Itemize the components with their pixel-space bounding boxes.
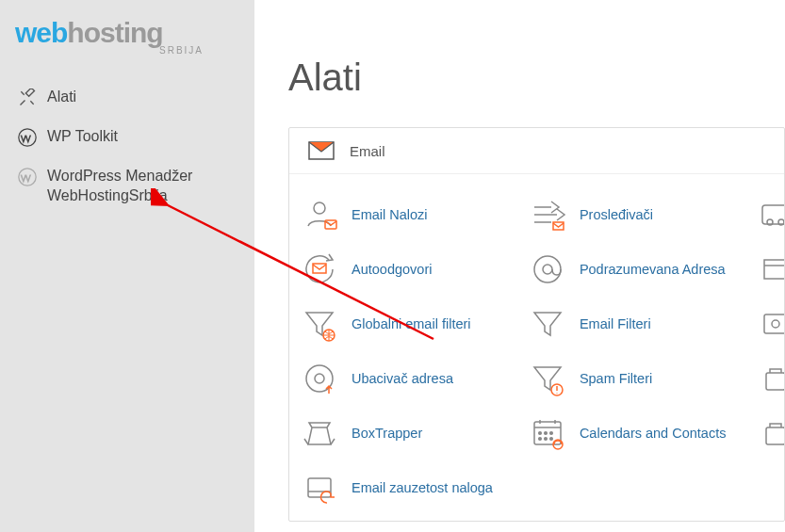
tool-column-1: Email Nalozi Autoodgovori (301, 187, 529, 515)
tool-label: Email zauzetost naloga (352, 480, 493, 495)
svg-rect-25 (764, 260, 784, 279)
tool-partial-2[interactable] (757, 242, 784, 297)
logo-text: webhosting (15, 19, 239, 47)
svg-point-11 (534, 256, 561, 282)
tools-icon (17, 88, 38, 108)
tool-partial-5[interactable] (757, 406, 784, 460)
tool-label: Spam Filteri (580, 371, 652, 386)
funnel-alert-icon (529, 360, 566, 397)
tool-label: Email Filteri (580, 316, 651, 331)
funnel-icon (529, 305, 566, 343)
tool-column-3-partial (757, 187, 784, 515)
tool-forwarders[interactable]: Prosleđivači (529, 187, 757, 242)
svg-point-27 (772, 320, 779, 328)
svg-point-18 (539, 438, 542, 441)
tool-email-disk-usage[interactable]: Email zauzetost naloga (301, 460, 529, 515)
panel-header[interactable]: Email (289, 128, 784, 174)
wordpress-icon (17, 127, 38, 148)
svg-rect-22 (762, 205, 784, 224)
tool-global-email-filters[interactable]: Globalni email filteri (301, 297, 529, 351)
circle-up-icon (301, 360, 338, 397)
tool-partial-1[interactable] (757, 187, 784, 242)
tool-label: BoxTrapper (352, 426, 422, 441)
page-title: Alati (288, 0, 785, 127)
svg-rect-26 (764, 314, 784, 333)
svg-point-8 (315, 374, 324, 383)
tool-default-address[interactable]: Podrazumevana Adresa (529, 242, 757, 297)
partial-icon (757, 360, 784, 397)
svg-rect-10 (553, 222, 564, 230)
tool-calendars-contacts[interactable]: Calendars and Contacts (529, 406, 757, 460)
tool-label: Prosleđivači (580, 207, 653, 222)
svg-point-15 (539, 432, 542, 435)
logo-part-web: web (15, 17, 67, 48)
tool-spam-filters[interactable]: Spam Filteri (529, 351, 757, 406)
sidebar: webhosting SRBIJA Alati WP Toolkit (0, 0, 254, 532)
sidebar-item-wordpress-manager[interactable]: WordPress Menadžer WebHostingSrbija (0, 157, 254, 216)
tool-column-2: Prosleđivači Podrazumevana Adresa (529, 187, 757, 515)
sidebar-item-label: WP Toolkit (47, 127, 118, 147)
sidebar-item-label: WordPress Menadžer WebHostingSrbija (47, 167, 237, 206)
tool-partial-4[interactable] (757, 351, 784, 406)
tool-label: Globalni email filteri (352, 316, 471, 331)
svg-rect-5 (313, 264, 326, 273)
tool-email-filters[interactable]: Email Filteri (529, 297, 757, 351)
user-mail-icon (301, 196, 338, 234)
tool-email-accounts[interactable]: Email Nalozi (301, 187, 529, 242)
forward-icon (529, 196, 566, 234)
svg-point-17 (550, 432, 553, 435)
main-content: Alati Email (254, 0, 785, 532)
email-icon (308, 141, 335, 160)
svg-rect-28 (766, 373, 784, 390)
tool-label: Email Nalozi (352, 207, 428, 222)
svg-point-20 (550, 438, 553, 441)
at-icon (529, 250, 566, 288)
tool-boxtrapper[interactable]: BoxTrapper (301, 406, 529, 460)
partial-icon (757, 250, 784, 288)
tool-partial-3[interactable] (757, 297, 784, 351)
box-icon (301, 414, 338, 452)
partial-icon (757, 305, 784, 343)
partial-icon (757, 414, 784, 452)
reply-mail-icon (301, 250, 338, 288)
panel-title: Email (350, 143, 385, 159)
logo: webhosting SRBIJA (0, 9, 254, 78)
tool-label: Ubacivač adresa (352, 371, 453, 386)
sidebar-item-alati[interactable]: Alati (0, 78, 254, 118)
tool-label: Podrazumevana Adresa (580, 262, 726, 277)
wordpress-icon (17, 167, 38, 187)
panel-body: Email Nalozi Autoodgovori (289, 174, 784, 521)
partial-icon (757, 196, 784, 234)
logo-part-host: host (67, 17, 123, 48)
tool-label: Calendars and Contacts (580, 426, 727, 441)
tool-autoresponders[interactable]: Autoodgovori (301, 242, 529, 297)
tool-label: Autoodgovori (352, 262, 432, 277)
email-panel: Email Email Nalozi (288, 127, 785, 522)
svg-point-12 (543, 265, 552, 274)
svg-point-16 (545, 432, 548, 435)
svg-point-19 (545, 438, 548, 441)
calendar-icon (529, 414, 566, 452)
disk-usage-icon (301, 469, 338, 507)
svg-rect-9 (308, 478, 331, 497)
tool-address-importer[interactable]: Ubacivač adresa (301, 351, 529, 406)
sidebar-item-wp-toolkit[interactable]: WP Toolkit (0, 118, 254, 157)
sidebar-item-label: Alati (47, 88, 76, 107)
logo-part-ing: ing (123, 17, 163, 48)
funnel-globe-icon (301, 305, 338, 343)
svg-rect-29 (766, 427, 784, 444)
svg-point-3 (314, 202, 325, 214)
